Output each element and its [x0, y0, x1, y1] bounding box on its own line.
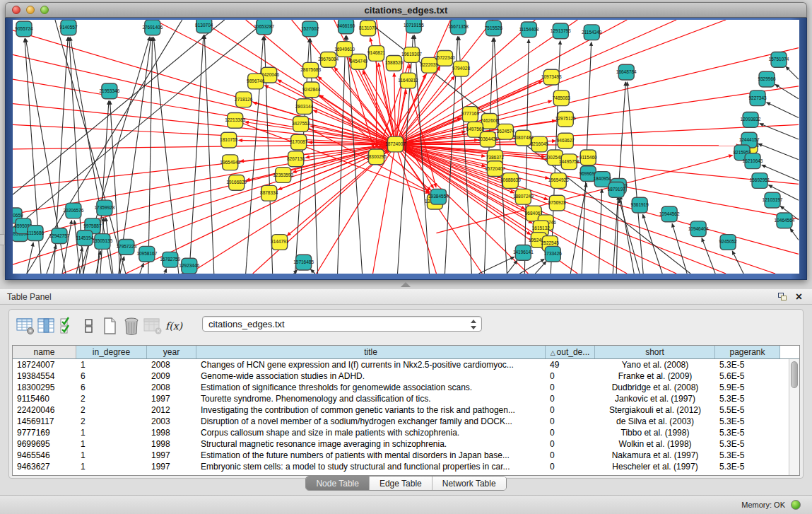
- graph-node-label: 7386372: [486, 155, 505, 160]
- graph-node-label: 3170087: [290, 139, 308, 144]
- graph-node-label: 19166829: [226, 180, 247, 185]
- graph-node-label: 9115460: [579, 155, 597, 160]
- graph-node-label: 18724007: [385, 141, 406, 146]
- graph-node-label: 9756928: [548, 200, 567, 205]
- graph-node-label: 14495758: [559, 159, 579, 164]
- row-height-icon[interactable]: [78, 315, 100, 337]
- graph-node-label: 12942757: [49, 233, 70, 238]
- table-row[interactable]: 1872400712008Changes of HCN gene express…: [13, 359, 789, 370]
- column-header-short[interactable]: short: [595, 346, 715, 358]
- column-header-name[interactable]: name: [13, 346, 76, 358]
- cell: 0: [546, 461, 595, 472]
- new-table-icon[interactable]: [100, 315, 121, 337]
- cell: 1998: [147, 427, 196, 438]
- cell: 0: [546, 450, 595, 461]
- graph-node-label: 9242844: [302, 87, 321, 92]
- network-canvas-svg[interactable]: 1872400722420046989674627181261221338318…: [13, 20, 799, 274]
- graph-node-label: 13505135: [92, 239, 112, 244]
- cell: 1997: [147, 393, 196, 404]
- graph-node-label: 9245052: [719, 240, 737, 245]
- graph-node-label: 1115686: [27, 230, 45, 235]
- graph-node-label: 7485083: [553, 95, 571, 100]
- cell: 1: [76, 438, 147, 450]
- graph-node-label: 10653287: [254, 24, 274, 29]
- cell: Hescheler et al. (1997): [595, 461, 715, 472]
- table-row[interactable]: 946554611997Estimation of the future num…: [13, 450, 789, 461]
- memory-status-dot: [791, 500, 801, 510]
- graph-node-label: 12093832: [741, 117, 761, 122]
- scrollbar-thumb[interactable]: [791, 361, 798, 388]
- column-header-in-degree[interactable]: in_degree: [76, 346, 147, 358]
- network-view-window: citations_edges.txt 18724007224200469896…: [5, 2, 807, 280]
- graph-node-label: 2522545: [541, 240, 560, 245]
- graph-node-label: 10807487: [513, 135, 534, 140]
- column-header-pagerank[interactable]: pagerank: [715, 346, 780, 358]
- show-column-icon[interactable]: [36, 315, 57, 337]
- splitter-handle-icon[interactable]: [401, 282, 411, 287]
- table-scrollbar[interactable]: [789, 359, 799, 475]
- table-select-dropdown[interactable]: citations_edges.txt: [202, 316, 482, 332]
- cell: 19384554: [13, 370, 76, 382]
- network-canvas[interactable]: 1872400722420046989674627181261221338318…: [13, 20, 799, 274]
- graph-node-label: 8454749: [350, 59, 368, 64]
- cell: 9699695: [13, 438, 76, 450]
- graph-node-label: 2620659: [13, 213, 23, 218]
- window-frame: 1872400722420046989674627181261221338318…: [5, 18, 807, 280]
- table-row[interactable]: 1456911722003Disruption of a novel membe…: [13, 416, 789, 427]
- close-panel-icon[interactable]: ×: [796, 291, 802, 303]
- function-builder-icon[interactable]: f(x): [163, 315, 184, 337]
- table-row[interactable]: 946362711997Embryonic stem cells: a mode…: [13, 461, 789, 472]
- graph-node-label: 12213383: [225, 117, 245, 122]
- tab-edge-table[interactable]: Edge Table: [370, 477, 433, 490]
- graph-node-label: 2718126: [235, 97, 253, 102]
- graph-node-label: 9055724: [15, 26, 33, 31]
- cell: Stergiakouli et al. (2012): [595, 404, 715, 416]
- cell: 5.3E-5: [715, 450, 780, 461]
- panel-splitter[interactable]: [0, 280, 812, 289]
- cell: Investigating the contribution of common…: [196, 404, 546, 416]
- table-settings-icon[interactable]: [15, 315, 36, 337]
- column-header-year[interactable]: year: [147, 346, 196, 358]
- table-row[interactable]: 2242004622012Investigating the contribut…: [13, 404, 789, 416]
- table-row[interactable]: 977716911998Corpus callosum shape and si…: [13, 427, 789, 438]
- column-header-title[interactable]: title: [196, 346, 546, 358]
- graph-node-label: 9227343: [748, 95, 767, 100]
- graph-node-label: 10688639: [500, 177, 521, 182]
- panel-collapse-handle[interactable]: [0, 234, 5, 245]
- float-panel-icon[interactable]: [778, 293, 787, 301]
- graph-node-label: 2803144: [295, 104, 314, 109]
- cell: 5.3E-5: [715, 461, 780, 472]
- graph-node-label: 9329966: [758, 76, 776, 81]
- window-title: citations_edges.txt: [6, 5, 806, 16]
- graph-node-label: 16671358: [448, 24, 469, 29]
- table-row[interactable]: 1938455462009Genome-wide association stu…: [13, 370, 789, 382]
- graph-node-label: 8267130: [287, 156, 305, 161]
- graph-node-label: 9361919: [631, 202, 649, 207]
- graph-node-label: 6879197: [608, 187, 626, 192]
- cell: Disruption of a novel member of a sodium…: [196, 416, 546, 427]
- tab-network-table[interactable]: Network Table: [433, 477, 506, 490]
- cell: 2003: [147, 416, 196, 427]
- graph-node-label: 3624574: [497, 129, 515, 134]
- cell: Wolkin et al. (1998): [595, 438, 715, 450]
- graph-node-label: 15720407: [485, 166, 505, 171]
- graph-node-label: 20206576: [63, 208, 83, 213]
- sort-ascending-icon: △: [551, 349, 555, 356]
- cell: 0: [546, 438, 595, 450]
- select-columns-icon[interactable]: [57, 315, 78, 337]
- table-row[interactable]: 1830029562008Estimation of significance …: [13, 382, 789, 393]
- table-row[interactable]: 911546021997Tourette syndrome. Phenomeno…: [13, 393, 789, 404]
- graph-node-label: 7462606: [481, 118, 499, 123]
- graph-node-label: 28675683: [300, 67, 321, 72]
- graph-node-label: 21953346: [99, 88, 119, 93]
- graph-node-label: 15751074: [769, 57, 789, 62]
- graph-node-label: 18807249: [513, 194, 534, 199]
- column-header-out-de-[interactable]: △out_de...: [546, 346, 595, 358]
- tab-node-table[interactable]: Node Table: [306, 477, 370, 490]
- graph-node-label: 19654943: [220, 160, 240, 165]
- cell: 1997: [147, 450, 196, 461]
- table-body: 1872400712008Changes of HCN gene express…: [13, 359, 789, 475]
- window-titlebar[interactable]: citations_edges.txt: [5, 2, 807, 18]
- table-row[interactable]: 969969511998Structural magnetic resonanc…: [13, 438, 789, 450]
- delete-column-icon[interactable]: [121, 315, 142, 337]
